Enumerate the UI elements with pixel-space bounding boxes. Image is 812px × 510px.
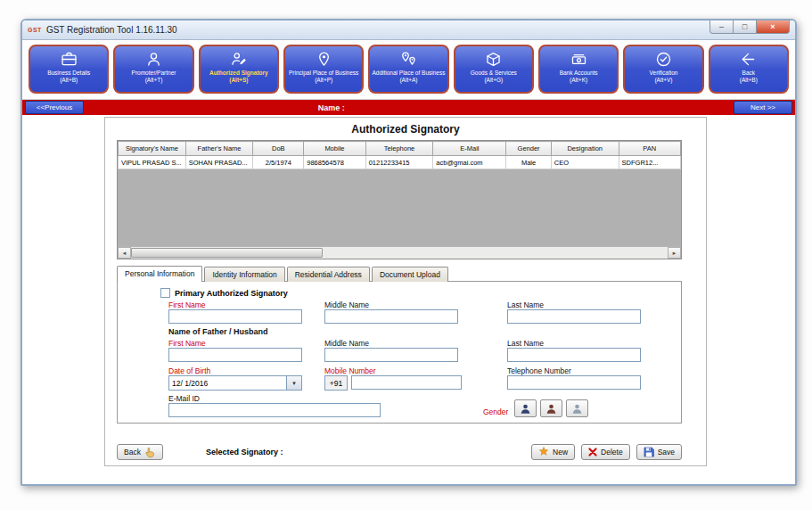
column-header-mobile[interactable]: Mobile [304,142,365,156]
tab-identity-information[interactable]: Identity Information [204,267,284,282]
maximize-icon: □ [742,23,747,31]
person-icon [144,49,163,70]
tab-personal-information[interactable]: Personal Information [117,266,202,282]
middle-name-input[interactable] [324,309,458,324]
column-header-father-name[interactable]: Father's Name [185,142,253,156]
name-label: Name : [318,103,345,112]
toolbar-button-additional-place[interactable]: Additional Place of Business (Alt+A) [368,45,448,94]
toolbar: Business Details (Alt+B) Promoter/Partne… [22,40,795,100]
nav-bar: <<Previous Name : Next >> [22,100,795,115]
other-person-icon [571,403,583,415]
father-last-name-label: Last Name [507,339,544,348]
tab-strip: Personal Information Identity Informatio… [117,266,682,281]
column-header-gender[interactable]: Gender [506,142,551,156]
toolbar-button-shortcut: (Alt+G) [482,77,504,84]
minimize-button[interactable]: – [709,21,734,34]
save-button-label: Save [658,448,675,457]
toolbar-button-goods-services[interactable]: Goods & Services (Alt+G) [454,45,534,94]
toolbar-button-shortcut: (Alt+A) [398,77,419,84]
signatories-table: Signatory's Name Father's Name DoB Mobil… [118,141,681,169]
gender-label: Gender [483,407,508,416]
mobile-number-label: Mobile Number [324,366,376,375]
cell-signatory-name: VIPUL PRASAD S... [119,156,186,169]
telephone-number-input[interactable] [507,375,641,390]
primary-signatory-row: Primary Authorized Signatory [160,288,288,298]
toolbar-button-back[interactable]: Back (Alt+B) [709,45,789,94]
column-header-designation[interactable]: Designation [551,142,619,156]
cell-gender: Male [506,156,551,169]
toolbar-button-shortcut: (Alt+V) [652,77,674,84]
briefcase-icon [60,49,78,70]
signatories-grid: Signatory's Name Father's Name DoB Mobil… [117,140,682,259]
column-header-pan[interactable]: PAN [619,142,680,156]
last-name-label: Last Name [507,300,544,309]
personal-information-form: Primary Authorized Signatory First Name … [117,281,682,424]
next-button[interactable]: Next >> [734,101,792,114]
toolbar-button-label: Promoter/Partner [130,70,178,77]
close-button[interactable]: × [756,21,790,34]
new-button[interactable]: New [531,444,575,460]
gender-other-button[interactable] [566,399,588,417]
father-first-name-input[interactable] [168,348,302,362]
cell-dob: 2/5/1974 [253,156,304,169]
primary-signatory-label: Primary Authorized Signatory [175,289,288,298]
new-star-icon [538,447,549,457]
location-pin-icon [315,49,333,70]
calendar-dropdown-icon[interactable]: ▼ [286,376,301,390]
father-last-name-input[interactable] [507,348,641,362]
column-header-dob[interactable]: DoB [253,142,304,156]
titlebar[interactable]: GST GST Registration Tool 1.16.11.30 – □… [22,21,795,40]
father-middle-name-label: Middle Name [324,339,369,348]
toolbar-button-label: Back [741,70,757,77]
scroll-right-arrow-icon[interactable]: ► [668,247,681,259]
scrollbar-thumb[interactable] [131,248,323,258]
toolbar-button-label: Business Details [45,70,92,77]
date-of-birth-value: 12/ 1/2016 [169,379,286,388]
signatory-pen-person-icon [229,49,248,70]
footer-action-buttons: New Delete Save [531,444,682,460]
gender-male-button[interactable] [514,399,537,417]
gender-female-button[interactable] [540,399,562,417]
back-button[interactable]: Back [117,444,163,460]
bank-notes-icon [570,49,588,70]
toolbar-button-principal-place[interactable]: Principal Place of Business (Alt+P) [283,45,364,94]
back-arrow-icon [739,49,758,70]
scroll-left-arrow-icon[interactable]: ◄ [118,247,131,259]
delete-button[interactable]: Delete [581,444,630,460]
delete-button-label: Delete [601,448,623,457]
column-header-email[interactable]: E-Mail [433,142,506,156]
table-row[interactable]: VIPUL PRASAD S... SOHAN PRASAD... 2/5/19… [119,156,681,169]
content-area: Authorized Signatory Signatory's Name Fa… [22,115,795,484]
primary-signatory-checkbox[interactable] [160,288,170,298]
email-id-label: E-Mail ID [168,394,200,403]
toolbar-button-promoter-partner[interactable]: Promoter/Partner (Alt+T) [113,45,193,94]
check-circle-icon [654,49,673,70]
column-header-signatory-name[interactable]: Signatory's Name [119,142,186,156]
toolbar-button-verification[interactable]: Verification (Alt+V) [623,45,703,94]
email-id-input[interactable] [168,403,381,417]
toolbar-button-label: Bank Accounts [558,70,600,77]
father-middle-name-input[interactable] [324,348,458,362]
new-button-label: New [553,448,568,457]
cell-pan: SDFGR12... [619,156,680,169]
column-header-telephone[interactable]: Telephone [365,142,433,156]
tab-document-upload[interactable]: Document Upload [372,267,448,282]
mobile-number-input[interactable] [351,375,462,390]
previous-button[interactable]: <<Previous [25,101,84,114]
father-first-name-label: First Name [168,339,206,348]
scrollbar-track[interactable] [323,247,668,259]
maximize-button[interactable]: □ [733,21,757,34]
save-button[interactable]: Save [636,444,682,460]
back-button-label: Back [124,448,141,457]
date-of-birth-label: Date of Birth [168,366,210,375]
window-controls: – □ × [710,21,790,34]
telephone-number-label: Telephone Number [507,366,571,375]
tab-residential-address[interactable]: Residential Address [287,267,370,282]
toolbar-button-authorized-signatory[interactable]: Authorized Signatory (Alt+S) [199,45,279,94]
first-name-input[interactable] [168,309,302,324]
toolbar-button-bank-accounts[interactable]: Bank Accounts (Alt+K) [538,45,619,94]
date-of-birth-picker[interactable]: 12/ 1/2016 ▼ [168,375,302,391]
cell-email: acb@gmai.com [433,156,506,169]
last-name-input[interactable] [507,309,641,324]
toolbar-button-business-details[interactable]: Business Details (Alt+B) [29,45,109,94]
